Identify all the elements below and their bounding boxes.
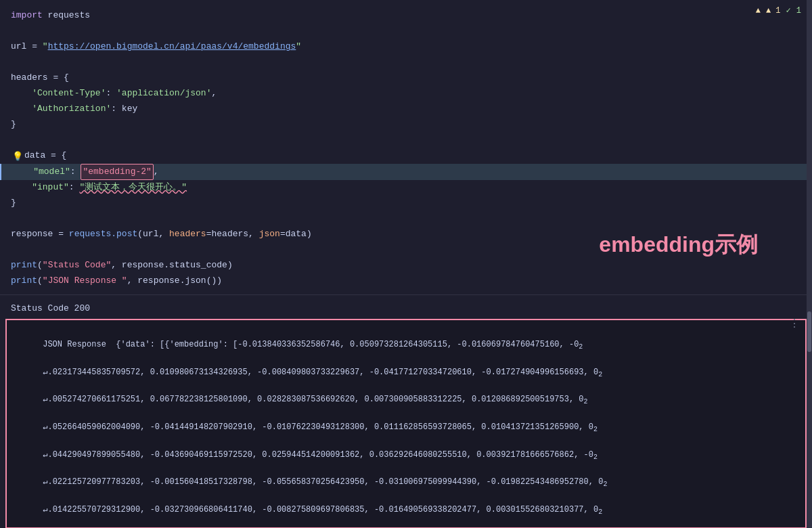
check-count: 1 — [796, 6, 801, 16]
code-line-input: "input": "测试文本，今天很开心。" — [0, 180, 812, 196]
code-line-headers-close: } — [0, 117, 812, 133]
output-line-1: JSON Response {'data': [{'embedding': [-… — [43, 340, 583, 349]
output-line-5: ↵.044290497899055480, -0.043690469115972… — [43, 450, 597, 460]
output-line-6: ↵.022125720977783203, -0.001560418517328… — [43, 477, 607, 487]
code-line-blank4 — [0, 211, 812, 227]
code-line-data-open: 💡 data = { — [0, 148, 812, 164]
scrollbar[interactable] — [807, 0, 812, 528]
code-line-headers-open: headers = { — [0, 70, 812, 86]
code-line-url: url = "https://open.bigmodel.cn/api/paas… — [0, 39, 812, 55]
scrollbar-thumb[interactable] — [807, 311, 811, 352]
code-line-response: response = requests.post(url, headers=he… — [0, 227, 812, 242]
three-dots-menu[interactable]: ⋮ — [789, 317, 800, 330]
top-bar: ▲ ▲ 1 ✓ 1 — [756, 5, 801, 16]
code-line-blank1 — [0, 24, 812, 39]
code-line-blank3 — [0, 133, 812, 148]
code-editor: import requests url = "https://open.bigm… — [0, 0, 812, 289]
status-line: Status Code 200 — [0, 301, 812, 316]
code-line-content-type: 'Content-Type': 'application/json', — [0, 86, 812, 102]
code-line-blank2 — [0, 55, 812, 70]
code-line-model: "model": "embedding-2", — [0, 164, 812, 180]
code-line-print1: print("Status Code", response.status_cod… — [0, 258, 812, 273]
output-content: JSON Response {'data': [{'embedding': [-… — [14, 326, 798, 528]
warning-indicator: 💡 — [12, 150, 23, 164]
divider — [0, 294, 812, 295]
output-line-7: ↵.014225570729312900, -0.032730966806411… — [43, 505, 602, 514]
code-line-authorization: 'Authorization': key — [0, 102, 812, 117]
output-section: JSON Response {'data': [{'embedding': [-… — [5, 319, 807, 528]
check-icon: ✓ — [786, 5, 791, 16]
code-line-print2: print("JSON Response ", response.json()) — [0, 273, 812, 289]
code-line-data-close: } — [0, 196, 812, 211]
output-line-2: ↵.023173445835709572, 0.0109806731343269… — [43, 368, 602, 377]
code-line-import: import requests — [0, 8, 812, 24]
code-line-blank5 — [0, 242, 812, 258]
warning-count-icon: ▲ — [756, 6, 761, 16]
output-line-3: ↵.005274270661175251, 0.0677822381258010… — [43, 395, 587, 404]
output-line-4: ↵.052664059062004090, -0.041449148207902… — [43, 422, 597, 432]
warning-count: ▲ 1 — [766, 6, 781, 16]
